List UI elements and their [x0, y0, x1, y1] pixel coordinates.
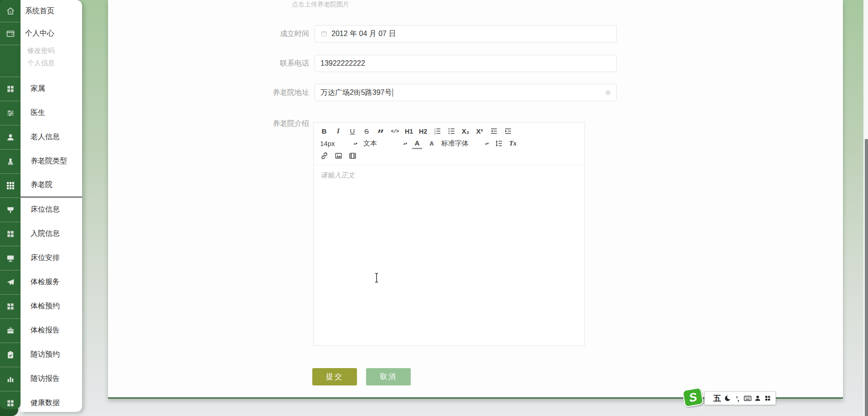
scrollbar-thumb[interactable] — [865, 139, 868, 416]
sidebar-item-admission-info[interactable]: 入院信息 — [0, 222, 82, 246]
editor-body[interactable]: 请输入正文 — [314, 165, 584, 346]
ime-toolbar: 五’, — [704, 391, 776, 405]
clear-format-icon[interactable]: Tx — [508, 138, 518, 149]
sidebar-item-label: 家属 — [21, 77, 82, 101]
ime-moon-icon[interactable] — [723, 393, 731, 404]
heading-2-icon[interactable]: H2 — [418, 126, 428, 137]
sidebar-item-checkup-service[interactable]: 体检服务 — [0, 270, 82, 294]
ime-apps-icon[interactable] — [764, 393, 772, 404]
address-label: 养老院地址 — [108, 84, 309, 101]
sogou-ime-logo[interactable]: S — [682, 387, 704, 408]
ime-punctuation-icon[interactable]: ’, — [733, 393, 741, 404]
font-size-select[interactable]: 14px▴▾ — [319, 138, 358, 149]
sidebar-item-label: 入院信息 — [21, 222, 82, 246]
font-family-select[interactable]: 标准字体▴▾ — [440, 138, 490, 149]
indent-icon[interactable] — [503, 126, 513, 137]
grid-2x2-icon — [0, 294, 21, 318]
sidebar-item-label: 随访报告 — [21, 367, 82, 391]
ordered-list-icon[interactable]: 123 — [432, 126, 442, 137]
sidebar-item-label: 养老院类型 — [21, 149, 82, 173]
sidebar-item-label: 养老院 — [21, 173, 82, 198]
sidebar-item-label: 健康数据 — [21, 391, 82, 412]
format-select[interactable]: 文本▴▾ — [362, 138, 408, 149]
sidebar-item-followup-appointment[interactable]: 随访预约 — [0, 343, 82, 367]
sidebar-item-label: 床位安排 — [21, 246, 82, 270]
strikethrough-icon[interactable]: S — [362, 126, 372, 137]
ime-wubi-icon[interactable]: 五 — [713, 393, 721, 404]
submit-button[interactable]: 提交 — [312, 368, 357, 385]
sidebar-item-bed-arrangement[interactable]: 床位安排 — [0, 246, 82, 270]
cancel-button[interactable]: 取消 — [366, 368, 411, 385]
established-date-value: 2012 年 04 月 07 日 — [331, 29, 396, 39]
ime-keyboard-icon[interactable] — [744, 393, 752, 404]
editor-toolbar-row-2: 14px▴▾文本▴▾AA标准字体▴▾Tx — [319, 137, 579, 150]
rich-text-editor: BIUS”</>H1H2123X₂X²14px▴▾文本▴▾AA标准字体▴▾Tx … — [313, 122, 585, 346]
sidebar-item-label: 老人信息 — [21, 125, 82, 149]
sidebar-item-nursing-home[interactable]: 养老院 — [0, 173, 82, 198]
sidebar-item-followup-report[interactable]: 随访报告 — [0, 367, 82, 391]
line-height-icon[interactable] — [494, 138, 504, 149]
bed-icon — [0, 198, 21, 222]
address-value: 万达广场2街5路397号 — [320, 88, 392, 98]
sidebar-item-label: 体检服务 — [21, 270, 82, 294]
home-icon — [0, 0, 21, 22]
heading-1-icon[interactable]: H1 — [404, 126, 414, 137]
sidebar-item-health-data[interactable]: 健康数据 — [0, 391, 82, 412]
phone-input[interactable]: 13922222222 — [315, 55, 617, 72]
scrollbar — [863, 0, 868, 416]
grid-2x2-icon — [0, 391, 21, 412]
editor-toolbar: BIUS”</>H1H2123X₂X²14px▴▾文本▴▾AA标准字体▴▾Tx — [314, 123, 584, 165]
sidebar-item-family[interactable]: 家属 — [0, 77, 82, 101]
calendar-icon — [320, 30, 328, 37]
clear-input-icon[interactable]: ⊗ — [605, 88, 611, 97]
sidebar-item-personal-center[interactable]: 个人中心 — [0, 22, 82, 45]
select-arrows-icon: ▴▾ — [403, 142, 407, 145]
sidebar-item-doctor[interactable]: 医生 — [0, 101, 82, 125]
phone-value: 13922222222 — [320, 59, 365, 68]
stamp-icon — [0, 149, 21, 173]
highlight-icon[interactable]: A — [426, 138, 436, 149]
video-icon[interactable] — [347, 151, 357, 161]
id-card-icon — [0, 22, 21, 45]
text-caret — [393, 88, 393, 97]
sidebar-item-home[interactable]: 系统首页 — [0, 0, 82, 22]
sidebar-item-nursing-home-type[interactable]: 养老院类型 — [0, 149, 82, 173]
select-arrows-icon: ▴▾ — [485, 142, 489, 145]
svg-text:A: A — [429, 140, 434, 147]
ime-user-icon[interactable] — [754, 393, 762, 404]
paper-plane-icon — [0, 270, 21, 294]
upload-image-hint[interactable]: 点击上传养老院图片 — [292, 0, 349, 9]
image-icon[interactable] — [333, 151, 343, 161]
code-icon[interactable]: </> — [390, 126, 400, 137]
outdent-icon[interactable] — [489, 126, 499, 137]
sidebar-item-personal-info[interactable]: 个人信息 — [0, 57, 82, 69]
bold-icon[interactable]: B — [319, 126, 329, 137]
mouse-ibeam-cursor — [374, 273, 379, 285]
sidebar-item-checkup-report[interactable]: 体检报告 — [0, 318, 82, 343]
sidebar-item-label: 个人中心 — [21, 22, 82, 45]
sidebar-item-change-password[interactable]: 修改密码 — [0, 45, 82, 57]
subscript-icon[interactable]: X₂ — [460, 126, 470, 137]
italic-icon[interactable]: I — [333, 126, 343, 137]
sidebar-item-checkup-appointment[interactable]: 体检预约 — [0, 294, 82, 318]
sidebar-item-elderly-info[interactable]: 老人信息 — [0, 125, 82, 149]
sidebar-item-label: 个人信息 — [21, 57, 82, 69]
superscript-icon[interactable]: X² — [475, 126, 485, 137]
link-icon[interactable] — [319, 151, 329, 161]
editor-toolbar-row-3 — [319, 150, 579, 162]
font-color-icon[interactable]: A — [412, 138, 422, 149]
bar-chart-icon — [0, 367, 21, 391]
established-date-input[interactable]: 2012 年 04 月 07 日 — [315, 25, 617, 42]
sidebar-item-bed-info[interactable]: 床位信息 — [0, 198, 82, 222]
grid-3x3-icon — [0, 173, 21, 198]
sidebar-item-label: 医生 — [21, 101, 82, 125]
underline-icon[interactable]: U — [347, 126, 357, 137]
address-input[interactable]: 万达广场2街5路397号 ⊗ — [315, 84, 617, 101]
quote-icon[interactable]: ” — [376, 126, 386, 137]
sidebar-menu: 系统首页个人中心修改密码个人信息家属医生老人信息养老院类型养老院床位信息入院信息… — [0, 0, 82, 412]
sidebar-item-label: 床位信息 — [21, 198, 82, 222]
sidebar-spacer — [0, 69, 82, 77]
user-icon — [0, 125, 21, 149]
unordered-list-icon[interactable] — [446, 126, 456, 137]
sliders-icon — [0, 101, 21, 125]
